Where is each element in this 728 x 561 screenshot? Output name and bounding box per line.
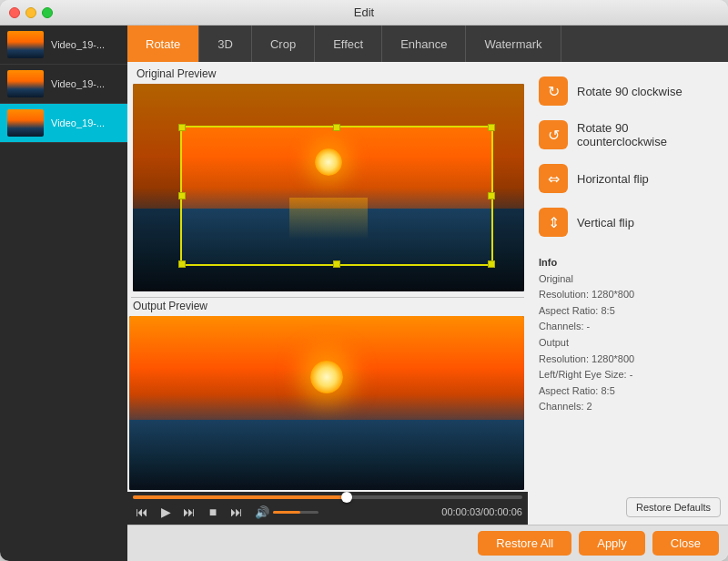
window-title: Edit xyxy=(354,5,374,19)
bottom-bar: Restore All Apply Close xyxy=(127,525,728,561)
controls-row: ⏮ ▶ ⏭ ■ ⏭ 🔊 xyxy=(133,503,522,521)
sidebar-item-1[interactable]: Video_19-... xyxy=(0,65,127,104)
vflip-icon: ⇕ xyxy=(539,208,568,237)
restore-all-button[interactable]: Restore All xyxy=(478,531,571,556)
crop-overlay[interactable] xyxy=(180,126,493,267)
output-preview-section: Output Preview xyxy=(127,298,528,525)
crop-handle-ml[interactable] xyxy=(178,192,186,199)
preview-column: Original Preview xyxy=(127,62,528,525)
minimize-traffic-light[interactable] xyxy=(25,7,36,18)
sidebar-label-0: Video_19-... xyxy=(51,39,105,50)
step-forward-button[interactable]: ⏭ xyxy=(180,503,198,521)
main-content: Video_19-... Video_19-... Video_19-... R… xyxy=(0,26,728,561)
crop-handle-tl[interactable] xyxy=(178,124,186,131)
progress-fill xyxy=(133,495,347,499)
output-eye-size: Left/Right Eye Size: - xyxy=(539,367,717,383)
crop-handle-bc[interactable] xyxy=(333,260,340,268)
info-title: Info xyxy=(539,255,717,271)
volume-fill xyxy=(273,511,300,514)
progress-track[interactable] xyxy=(133,495,522,499)
tool-hflip[interactable]: ⇔ Horizontal flip xyxy=(535,157,721,200)
sidebar-thumb-1 xyxy=(7,70,44,97)
stop-button[interactable]: ■ xyxy=(204,503,222,521)
output-resolution: Resolution: 1280*800 xyxy=(539,352,717,368)
tabs-bar: Rotate 3D Crop Effect Enhance Watermark xyxy=(127,26,728,62)
progress-thumb[interactable] xyxy=(341,492,352,503)
sidebar-item-2[interactable]: Video_19-... xyxy=(0,104,127,143)
output-channels: Channels: 2 xyxy=(539,399,717,415)
close-traffic-light[interactable] xyxy=(9,7,20,18)
crop-handle-br[interactable] xyxy=(488,260,495,268)
sidebar-thumb-img-0 xyxy=(7,31,44,58)
maximize-traffic-light[interactable] xyxy=(42,7,53,18)
right-panel: Rotate 3D Crop Effect Enhance Watermark xyxy=(127,26,728,561)
tab-enhance[interactable]: Enhance xyxy=(382,26,466,62)
output-preview-video xyxy=(129,316,524,491)
tool-vflip[interactable]: ⇕ Vertical flip xyxy=(535,200,721,244)
titlebar: Edit xyxy=(0,0,728,26)
tab-3d[interactable]: 3D xyxy=(199,26,252,62)
crop-handle-tc[interactable] xyxy=(333,124,340,131)
hflip-label: Horizontal flip xyxy=(577,172,649,186)
sidebar-thumb-2 xyxy=(7,109,44,137)
volume-track[interactable] xyxy=(273,511,318,514)
original-preview-label: Original Preview xyxy=(131,66,528,82)
sidebar-thumb-img-2 xyxy=(7,109,44,137)
volume-area: 🔊 xyxy=(255,505,318,519)
original-channels: Channels: - xyxy=(539,319,717,335)
sidebar-thumb-img-1 xyxy=(7,70,44,97)
original-aspect: Aspect Ratio: 8:5 xyxy=(539,303,717,320)
rotate-ccw-icon: ↺ xyxy=(539,120,568,149)
vflip-label: Vertical flip xyxy=(577,216,634,230)
crop-handle-mr[interactable] xyxy=(488,192,495,199)
tab-watermark[interactable]: Watermark xyxy=(466,26,561,62)
tool-rotate-cw[interactable]: ↻ Rotate 90 clockwise xyxy=(535,69,721,113)
sidebar-thumb-0 xyxy=(7,31,44,58)
tab-crop[interactable]: Crop xyxy=(252,26,315,62)
playbar: ⏮ ▶ ⏭ ■ ⏭ 🔊 xyxy=(127,492,528,525)
close-button[interactable]: Close xyxy=(652,531,719,556)
edit-area: Original Preview xyxy=(127,62,728,525)
info-section: Info Original Resolution: 1280*800 Aspec… xyxy=(535,251,721,419)
output-label: Output xyxy=(539,335,717,352)
crop-handle-tr[interactable] xyxy=(488,124,495,131)
tool-rotate-ccw[interactable]: ↺ Rotate 90 counterclockwise xyxy=(535,113,721,157)
time-display: 00:00:03/00:00:06 xyxy=(441,506,522,517)
apply-button[interactable]: Apply xyxy=(579,531,645,556)
tools-column: ↻ Rotate 90 clockwise ↺ Rotate 90 counte… xyxy=(528,62,728,525)
sidebar-item-0[interactable]: Video_19-... xyxy=(0,26,127,65)
restore-defaults-button[interactable]: Restore Defaults xyxy=(626,497,721,517)
tab-effect[interactable]: Effect xyxy=(315,26,382,62)
output-preview-label: Output Preview xyxy=(127,298,528,314)
sidebar-label-1: Video_19-... xyxy=(51,78,105,89)
sidebar: Video_19-... Video_19-... Video_19-... xyxy=(0,26,127,561)
original-label: Original xyxy=(539,271,717,288)
original-preview-video xyxy=(133,84,524,291)
crop-handle-bl[interactable] xyxy=(178,260,186,268)
rotate-cw-label: Rotate 90 clockwise xyxy=(577,85,682,98)
hflip-icon: ⇔ xyxy=(539,164,568,193)
rotate-cw-icon: ↻ xyxy=(539,76,568,106)
skip-end-button[interactable]: ⏭ xyxy=(228,503,246,521)
volume-icon: 🔊 xyxy=(255,505,269,519)
rotate-ccw-label: Rotate 90 counterclockwise xyxy=(577,121,717,148)
main-window: Edit Video_19-... Video_19-... Vid xyxy=(0,0,728,561)
output-video-sun xyxy=(310,361,343,393)
play-button[interactable]: ▶ xyxy=(157,503,175,521)
original-preview-section: Original Preview xyxy=(127,62,528,297)
original-resolution: Resolution: 1280*800 xyxy=(539,287,717,303)
sidebar-label-2: Video_19-... xyxy=(51,117,105,128)
output-video-water xyxy=(129,420,524,490)
output-aspect: Aspect Ratio: 8:5 xyxy=(539,383,717,400)
tab-rotate[interactable]: Rotate xyxy=(127,26,199,62)
traffic-lights xyxy=(9,7,53,18)
skip-back-button[interactable]: ⏮ xyxy=(133,503,151,521)
